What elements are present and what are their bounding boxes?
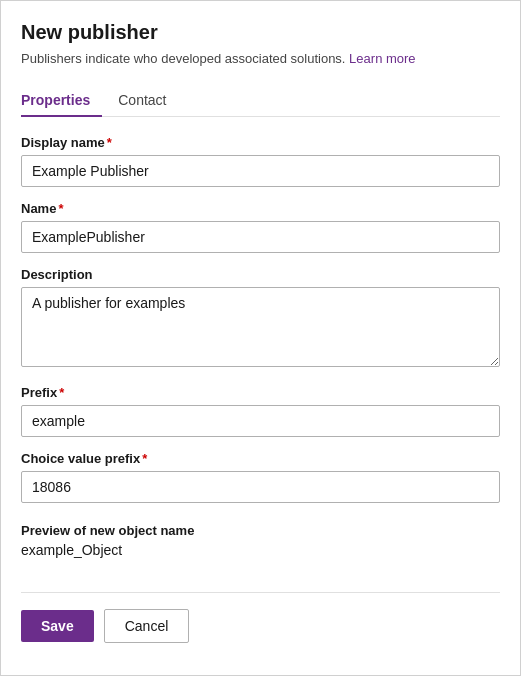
choice-value-prefix-label: Choice value prefix* [21,451,500,466]
name-label: Name* [21,201,500,216]
preview-value: example_Object [21,542,500,558]
subtitle-text: Publishers indicate who developed associ… [21,51,345,66]
tab-contact[interactable]: Contact [118,84,178,116]
prefix-group: Prefix* [21,385,500,437]
preview-label: Preview of new object name [21,523,500,538]
choice-value-prefix-required: * [142,451,147,466]
button-row: Save Cancel [21,609,500,643]
learn-more-link[interactable]: Learn more [349,51,415,66]
name-required: * [58,201,63,216]
prefix-required: * [59,385,64,400]
subtitle: Publishers indicate who developed associ… [21,50,500,68]
description-label: Description [21,267,500,282]
name-input[interactable] [21,221,500,253]
choice-value-prefix-input[interactable] [21,471,500,503]
display-name-input[interactable] [21,155,500,187]
prefix-label: Prefix* [21,385,500,400]
name-group: Name* [21,201,500,253]
new-publisher-panel: New publisher Publishers indicate who de… [0,0,521,676]
save-button[interactable]: Save [21,610,94,642]
cancel-button[interactable]: Cancel [104,609,190,643]
display-name-required: * [107,135,112,150]
divider [21,592,500,593]
description-group: Description [21,267,500,371]
display-name-label: Display name* [21,135,500,150]
display-name-group: Display name* [21,135,500,187]
page-title: New publisher [21,21,500,44]
choice-value-prefix-group: Choice value prefix* [21,451,500,503]
tab-properties[interactable]: Properties [21,84,102,116]
description-input[interactable] [21,287,500,367]
tabs-container: Properties Contact [21,84,500,117]
preview-section: Preview of new object name example_Objec… [21,523,500,558]
prefix-input[interactable] [21,405,500,437]
